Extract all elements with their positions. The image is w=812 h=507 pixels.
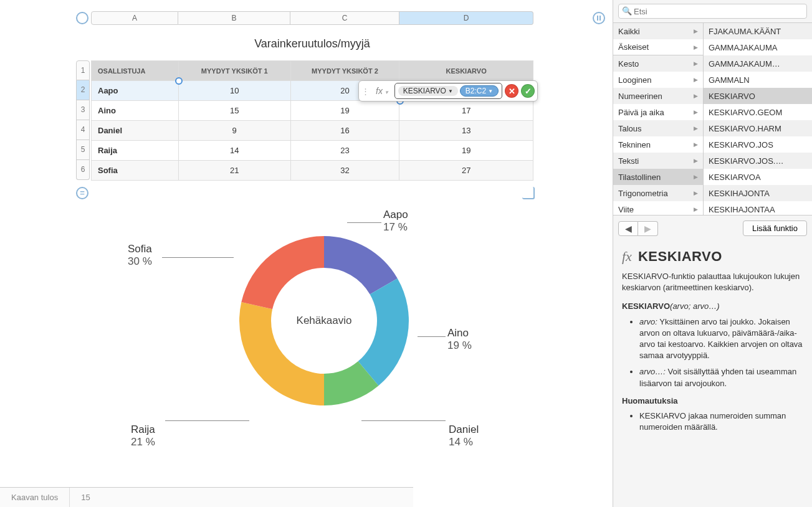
- fx-icon[interactable]: fx ▾: [372, 86, 392, 96]
- spreadsheet-canvas[interactable]: A B C D Varainkeruutulos/myyjä 1 2 3 4 5…: [0, 0, 613, 507]
- function-item[interactable]: KESKIARVO.HARM: [704, 120, 812, 136]
- insert-function-button[interactable]: Lisää funktio: [743, 220, 807, 236]
- argument-pill[interactable]: B2:C2▼: [460, 85, 499, 97]
- nav-buttons: ◀ ▶: [618, 221, 658, 236]
- nav-back-button[interactable]: ◀: [618, 221, 638, 236]
- chart-label-raija: Raija21 %: [131, 424, 155, 449]
- leader-line: [347, 222, 381, 223]
- cell-d4[interactable]: 13: [399, 121, 533, 141]
- cell-b2[interactable]: 10: [178, 81, 290, 101]
- search-icon: 🔍: [622, 6, 632, 16]
- row-header-6[interactable]: 6: [76, 160, 90, 180]
- function-item[interactable]: KESKIHAJONTA: [704, 185, 812, 201]
- col-header-d[interactable]: D: [399, 11, 533, 25]
- table-resize-handle[interactable]: [522, 187, 535, 199]
- function-item[interactable]: GAMMAJAKAUMA: [704, 39, 812, 55]
- row-header-5[interactable]: 5: [76, 140, 90, 160]
- formula-input[interactable]: KESKIARVO▼ B2:C2▼: [394, 83, 502, 99]
- table-title[interactable]: Varainkeruutulos/myyjä: [91, 37, 533, 50]
- cell-b3[interactable]: 15: [178, 101, 290, 121]
- status-bar: Kaavan tulos 15: [0, 487, 413, 507]
- selection-handle-top[interactable]: [175, 77, 183, 85]
- row-header-4[interactable]: 4: [76, 120, 90, 140]
- chart-label-aapo: Aapo17 %: [383, 209, 408, 234]
- cell-b5[interactable]: 14: [178, 141, 290, 161]
- category-item[interactable]: Tilastollinen▶: [613, 169, 703, 185]
- cell-a6[interactable]: Sofia: [92, 161, 179, 181]
- category-item[interactable]: Kaikki▶: [613, 23, 703, 39]
- category-item[interactable]: Äskeiset▶: [613, 39, 703, 55]
- function-item[interactable]: FJAKAUMA.KÄÄNT: [704, 23, 812, 39]
- leader-line: [162, 257, 234, 258]
- col-header-b[interactable]: B: [178, 11, 290, 25]
- function-item[interactable]: KESKIARVO.JOS.…: [704, 153, 812, 169]
- col-header-c[interactable]: C: [290, 11, 399, 25]
- cell-b6[interactable]: 21: [178, 161, 290, 181]
- leader-line: [418, 336, 446, 337]
- col-header-a[interactable]: A: [91, 11, 178, 25]
- cell-d3[interactable]: 17: [399, 101, 533, 121]
- function-item[interactable]: KESKIARVO: [704, 88, 812, 104]
- category-item[interactable]: Viite▶: [613, 201, 703, 215]
- category-item[interactable]: Looginen▶: [613, 72, 703, 88]
- function-item[interactable]: KESKIARVO.JOS: [704, 136, 812, 153]
- header-average[interactable]: KESKIARVO: [399, 61, 533, 81]
- category-list[interactable]: Kaikki▶Äskeiset▶Kesto▶Looginen▶Numeerine…: [613, 23, 704, 215]
- row-headers: 1 2 3 4 5 6: [76, 60, 90, 180]
- status-label: Kaavan tulos: [0, 488, 70, 507]
- chart-label-aino: Aino19 %: [447, 327, 472, 353]
- category-item[interactable]: Kesto▶: [613, 55, 703, 72]
- fx-icon: fx: [622, 249, 632, 265]
- row-header-2[interactable]: 2: [76, 80, 90, 100]
- help-signature: KESKIARVO(arvo; arvo…): [622, 301, 803, 312]
- search-input[interactable]: [618, 4, 807, 19]
- function-list[interactable]: FJAKAUMA.KÄÄNTGAMMAJAKAUMAGAMMAJAKAUM…GA…: [704, 23, 812, 215]
- cancel-formula-button[interactable]: ✕: [505, 84, 518, 98]
- category-item[interactable]: Tekninen▶: [613, 136, 703, 153]
- category-item[interactable]: Talous▶: [613, 120, 703, 136]
- formula-editor[interactable]: ⋮ fx ▾ KESKIARVO▼ B2:C2▼ ✕ ✓: [358, 80, 538, 102]
- cell-d6[interactable]: 27: [399, 161, 533, 181]
- table-menu-button[interactable]: [76, 12, 88, 24]
- chart-center-label: Kehäkaavio: [297, 315, 352, 327]
- category-item[interactable]: Trigonometria▶: [613, 185, 703, 201]
- cell-c5[interactable]: 23: [290, 141, 399, 161]
- header-units2[interactable]: MYYDYT YKSIKÖT 2: [290, 61, 399, 81]
- function-item[interactable]: GAMMALN: [704, 72, 812, 88]
- data-table: OSALLISTUJA MYYDYT YKSIKÖT 1 MYYDYT YKSI…: [91, 60, 533, 181]
- chart-label-sofia: Sofia30 %: [128, 243, 152, 268]
- function-sidebar: 🔍 Kaikki▶Äskeiset▶Kesto▶Looginen▶Numeeri…: [613, 0, 812, 507]
- cell-a4[interactable]: Daniel: [92, 121, 179, 141]
- function-item[interactable]: KESKIARVO.GEOM: [704, 104, 812, 120]
- chart-label-daniel: Daniel14 %: [449, 424, 479, 449]
- category-item[interactable]: Päivä ja aika▶: [613, 104, 703, 120]
- help-arg2: arvo…: Voit sisällyttää yhden tai useamm…: [639, 366, 803, 389]
- function-item[interactable]: GAMMAJAKAUM…: [704, 55, 812, 72]
- help-arg1: arvo: Yksittäinen arvo tai joukko. Jokai…: [639, 316, 803, 362]
- function-pill[interactable]: KESKIARVO▼: [398, 86, 458, 96]
- help-notes-title: Huomautuksia: [622, 396, 803, 407]
- cell-a5[interactable]: Raija: [92, 141, 179, 161]
- cell-c4[interactable]: 16: [290, 121, 399, 141]
- function-help: fx KESKIARVO KESKIARVO-funktio palauttaa…: [613, 241, 812, 507]
- cell-b4[interactable]: 9: [178, 121, 290, 141]
- header-participant[interactable]: OSALLISTUJA: [92, 61, 179, 81]
- function-item[interactable]: KESKIHAJONTAA: [704, 201, 812, 215]
- cell-d5[interactable]: 19: [399, 141, 533, 161]
- row-header-1[interactable]: 1: [76, 60, 90, 80]
- help-description: KESKIARVO-funktio palauttaa lukujoukon l…: [622, 271, 803, 293]
- cell-a2[interactable]: Aapo: [92, 81, 179, 101]
- category-item[interactable]: Teksti▶: [613, 153, 703, 169]
- nav-forward-button[interactable]: ▶: [638, 221, 658, 236]
- cell-c3[interactable]: 19: [290, 101, 399, 121]
- cell-c6[interactable]: 32: [290, 161, 399, 181]
- leader-line: [165, 420, 249, 421]
- row-header-3[interactable]: 3: [76, 100, 90, 120]
- function-item[interactable]: KESKIARVOA: [704, 169, 812, 185]
- cell-a3[interactable]: Aino: [92, 101, 179, 121]
- header-units1[interactable]: MYYDYT YKSIKÖT 1: [178, 61, 290, 81]
- category-item[interactable]: Numeerinen▶: [613, 88, 703, 104]
- accept-formula-button[interactable]: ✓: [521, 84, 535, 98]
- row-add-button[interactable]: =: [76, 187, 88, 199]
- donut-chart[interactable]: Kehäkaavio Aapo17 % Aino19 % Daniel14 % …: [100, 209, 536, 476]
